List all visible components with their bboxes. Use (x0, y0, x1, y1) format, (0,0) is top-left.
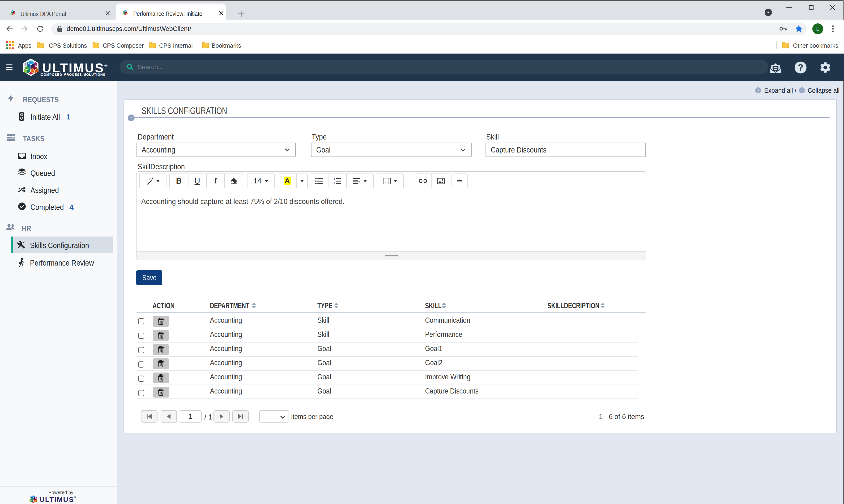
svg-text:2: 2 (334, 182, 335, 184)
svg-text:1: 1 (334, 178, 335, 181)
svg-text:?: ? (798, 62, 803, 72)
